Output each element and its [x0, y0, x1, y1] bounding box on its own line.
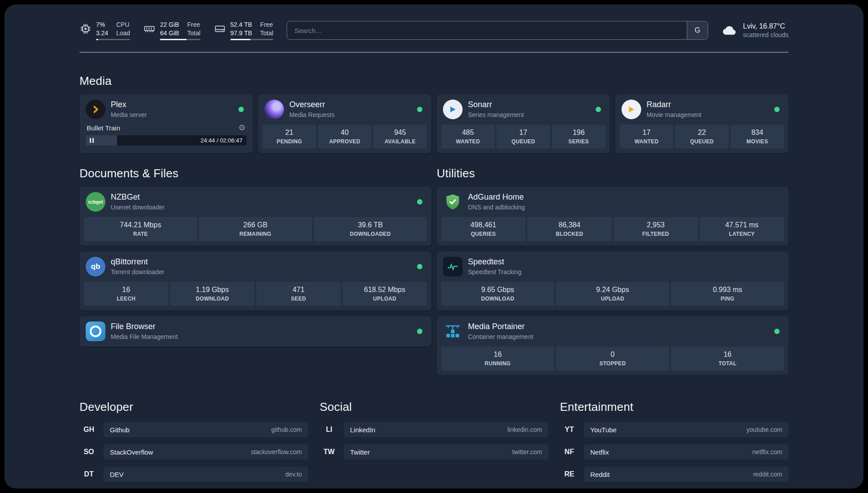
status-dot — [417, 264, 422, 269]
bookmark-name: Netflix — [590, 448, 609, 456]
bookmark-abbr: DT — [79, 470, 98, 478]
radarr-icon — [622, 100, 641, 119]
bookmark-name: YouTube — [590, 426, 617, 434]
service-link-overseerr[interactable]: Overseerr Media Requests — [263, 99, 427, 120]
status-dot — [774, 329, 780, 334]
bookmark-link-linkedin[interactable]: LinkedIn linkedin.com — [344, 422, 548, 437]
bookmark-link-reddit[interactable]: Reddit reddit.com — [584, 467, 789, 482]
stat: 266 GB REMAINING — [199, 217, 312, 241]
service-name: qBittorrent — [111, 257, 164, 267]
stat-label: FILTERED — [615, 231, 696, 238]
weather-condition: scattered clouds — [743, 31, 789, 39]
service-link-qbittorrent[interactable]: qb qBittorrent Torrent downloader — [84, 256, 427, 277]
stat-label: QUEUED — [498, 138, 548, 145]
cpu-label-1: CPU — [116, 21, 130, 29]
disk-icon — [214, 23, 226, 35]
memory-icon — [143, 23, 155, 35]
bookmark-name: LinkedIn — [350, 426, 376, 434]
topbar-divider — [79, 52, 789, 53]
service-name: AdGuard Home — [468, 192, 525, 202]
stat-value: 16 — [86, 285, 167, 294]
gear-icon[interactable]: ⚙ — [238, 124, 246, 132]
stat-label: WANTED — [622, 138, 672, 145]
bookmark-abbr: SO — [79, 448, 98, 456]
stat: 485 WANTED — [441, 125, 495, 149]
cpu-label-2: Load — [116, 29, 130, 37]
service-link-nzbget[interactable]: nzbget NZBGet Usenet downloader — [84, 191, 427, 213]
stat-value: 9.65 Gbps — [443, 285, 552, 294]
service-link-speedtest[interactable]: Speedtest Speedtest Tracking — [441, 256, 784, 277]
stat-label: MOVIES — [732, 138, 782, 145]
disk-widget: 52.4 TB 97.9 TB Free Total — [214, 21, 273, 40]
service-link-plex[interactable]: Plex Media server — [84, 99, 248, 120]
search-bar: G — [287, 21, 708, 40]
bookmark-domain: youtube.com — [747, 426, 782, 433]
stat-value: 16 — [443, 350, 552, 359]
stat-value: 618.52 Mbps — [344, 285, 425, 294]
bookmark-link-netflix[interactable]: Netflix netflix.com — [584, 444, 789, 460]
weather-location: Lviv, 16.87°C — [743, 22, 789, 31]
stat-value: 86,384 — [529, 221, 610, 230]
stat-value: 0.993 ms — [673, 285, 782, 294]
service-subtitle: Container management — [468, 333, 533, 341]
service-name: Radarr — [647, 100, 701, 110]
stat: 9.65 Gbps DOWNLOAD — [441, 282, 554, 306]
bookmark-link-twitter[interactable]: Twitter twitter.com — [344, 444, 548, 460]
bookmark-row: TW Twitter twitter.com — [320, 444, 548, 460]
service-link-adguard[interactable]: AdGuard Home DNS and adblocking — [441, 191, 784, 213]
disk-free: 52.4 TB — [230, 21, 252, 29]
bookmark-link-stackoverflow[interactable]: StackOverflow stackoverflow.com — [104, 444, 308, 460]
stat-label: APPROVED — [320, 138, 370, 145]
bookmark-abbr: TW — [320, 448, 338, 456]
stat-label: REMAINING — [200, 231, 310, 238]
documents-column: Documents & Files nzbget NZBGet Usenet d… — [79, 167, 431, 347]
stat-value: 47.571 ms — [701, 221, 782, 230]
service-link-filebrowser[interactable]: File Browser Media File Management — [84, 321, 427, 342]
service-subtitle: Usenet downloader — [111, 204, 165, 211]
search-provider-button[interactable]: G — [687, 21, 708, 39]
stat: 2,953 FILTERED — [613, 217, 698, 241]
service-card-qbittorrent: qb qBittorrent Torrent downloader 16 LEE… — [79, 251, 431, 310]
service-name: Sonarr — [468, 100, 524, 110]
status-dot — [417, 329, 422, 334]
stat: 618.52 Mbps UPLOAD — [342, 282, 427, 306]
service-name: NZBGet — [111, 192, 165, 202]
stat-label: LEECH — [86, 296, 167, 302]
stat-value: 40 — [320, 128, 370, 137]
playback-progress-bar[interactable]: 24:44 / 02:06:47 — [86, 135, 246, 146]
disk-progress-bar — [230, 39, 273, 40]
bookmark-link-dev[interactable]: DEV dev.to — [104, 467, 308, 482]
bookmark-link-youtube[interactable]: YouTube youtube.com — [584, 422, 789, 437]
stat-value: 266 GB — [200, 221, 310, 230]
bookmark-link-github[interactable]: Github github.com — [104, 422, 308, 437]
playback-time: 24:44 / 02:06:47 — [200, 137, 246, 144]
portainer-icon — [443, 322, 463, 341]
service-link-portainer[interactable]: Media Portainer Container management — [441, 321, 784, 342]
search-input[interactable] — [287, 21, 687, 39]
status-dot — [238, 107, 244, 112]
service-subtitle: Movie management — [647, 111, 701, 119]
cloud-icon — [722, 22, 738, 38]
service-link-radarr[interactable]: Radarr Movie management — [620, 99, 784, 120]
service-subtitle: Torrent downloader — [111, 268, 164, 276]
service-subtitle: DNS and adblocking — [468, 204, 525, 211]
memory-label-1: Free — [187, 21, 200, 29]
stat: 17 WANTED — [620, 125, 673, 149]
utilities-column: Utilities — [437, 167, 789, 375]
service-link-sonarr[interactable]: Sonarr Series management — [441, 99, 605, 120]
stat: 196 SERIES — [552, 125, 605, 149]
stat: 22 QUEUED — [675, 125, 729, 149]
stat-value: 471 — [258, 285, 339, 294]
bookmark-abbr: YT — [560, 426, 579, 434]
bookmark-domain: netflix.com — [752, 448, 782, 455]
stat: 16 RUNNING — [441, 347, 554, 371]
cpu-widget: 7% 3.24 CPU Load — [79, 21, 130, 40]
bookmark-row: DT DEV dev.to — [79, 467, 308, 482]
service-name: Plex — [111, 100, 147, 110]
stat-label: UPLOAD — [558, 296, 667, 302]
service-card-sonarr: Sonarr Series management 485 WANTED 17 Q… — [437, 94, 610, 153]
pause-button[interactable] — [86, 138, 94, 143]
section-title-utilities: Utilities — [437, 167, 789, 180]
stat-label: TOTAL — [673, 360, 782, 367]
disk-label-2: Total — [260, 29, 274, 37]
